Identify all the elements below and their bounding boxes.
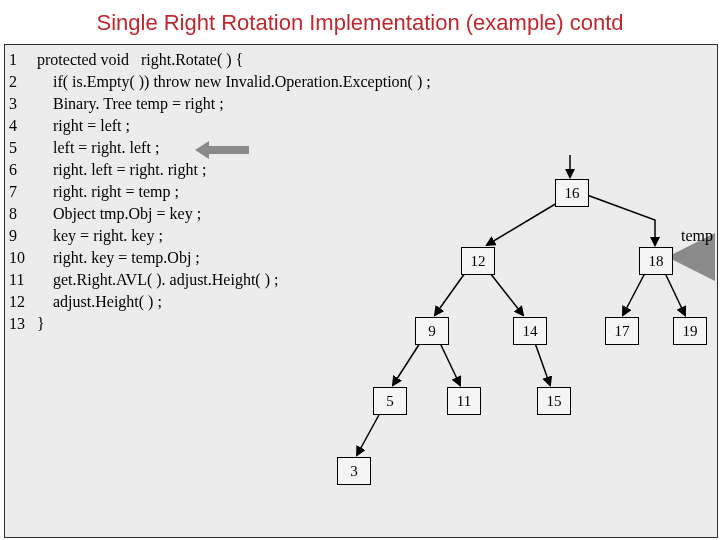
code-text: left = right. left ; (37, 137, 159, 159)
tree-node-15: 15 (537, 387, 571, 415)
slide-title: Single Right Rotation Implementation (ex… (0, 0, 720, 42)
tree-node-19: 19 (673, 317, 707, 345)
line-number: 2 (9, 71, 37, 93)
code-text: Object tmp.Obj = key ; (37, 203, 201, 225)
code-text: get.Right.AVL( ). adjust.Height( ) ; (37, 269, 278, 291)
line-number: 13 (9, 313, 37, 335)
content-panel: 1protected void right.Rotate( ) { 2 if( … (4, 44, 718, 538)
line-number: 8 (9, 203, 37, 225)
code-line: 1protected void right.Rotate( ) { (9, 49, 431, 71)
code-text: right. key = temp.Obj ; (37, 247, 200, 269)
tree-node-3: 3 (337, 457, 371, 485)
svg-line-4 (623, 273, 645, 315)
code-text: } (37, 313, 45, 335)
svg-line-6 (393, 343, 420, 385)
svg-line-9 (357, 413, 380, 455)
tree-node-5: 5 (373, 387, 407, 415)
line-number: 11 (9, 269, 37, 291)
code-line: 3 Binary. Tree temp = right ; (9, 93, 431, 115)
tree-node-18: 18 (639, 247, 673, 275)
temp-pointer-label: temp (681, 227, 713, 245)
line-number: 12 (9, 291, 37, 313)
tree-node-16: 16 (555, 179, 589, 207)
code-line: 4 right = left ; (9, 115, 431, 137)
line-number: 9 (9, 225, 37, 247)
slide: Single Right Rotation Implementation (ex… (0, 0, 720, 540)
line-number: 1 (9, 49, 37, 71)
code-text: right. left = right. right ; (37, 159, 206, 181)
line-number: 10 (9, 247, 37, 269)
svg-line-8 (535, 343, 550, 385)
line-number: 3 (9, 93, 37, 115)
svg-line-7 (440, 343, 460, 385)
svg-line-2 (435, 273, 465, 315)
tree-node-9: 9 (415, 317, 449, 345)
code-text: key = right. key ; (37, 225, 163, 247)
tree-node-11: 11 (447, 387, 481, 415)
code-text: Binary. Tree temp = right ; (37, 93, 224, 115)
tree-node-12: 12 (461, 247, 495, 275)
line-number: 5 (9, 137, 37, 159)
current-line-arrow-icon (195, 143, 255, 157)
svg-line-3 (490, 273, 523, 315)
code-line: 2 if( is.Empty( )) throw new Invalid.Ope… (9, 71, 431, 93)
code-text: right. right = temp ; (37, 181, 179, 203)
code-text: if( is.Empty( )) throw new Invalid.Opera… (37, 71, 431, 93)
line-number: 6 (9, 159, 37, 181)
code-text: right = left ; (37, 115, 130, 137)
code-text: protected void right.Rotate( ) { (37, 49, 243, 71)
tree-node-14: 14 (513, 317, 547, 345)
svg-line-5 (665, 273, 685, 315)
svg-line-1 (487, 203, 557, 245)
code-text: adjust.Height( ) ; (37, 291, 162, 313)
tree-node-17: 17 (605, 317, 639, 345)
tree-diagram: 16 12 18 9 14 17 19 5 11 15 3 temp (335, 155, 715, 515)
line-number: 7 (9, 181, 37, 203)
line-number: 4 (9, 115, 37, 137)
